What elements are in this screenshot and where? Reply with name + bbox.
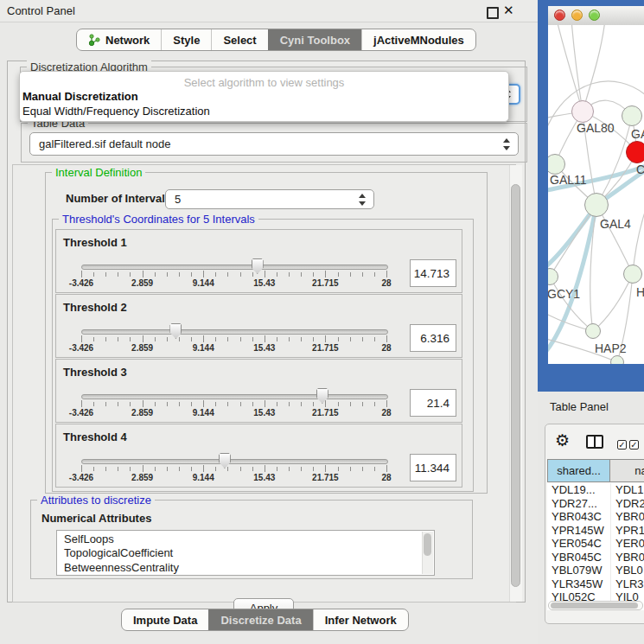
tick-label: 2.859 xyxy=(117,278,169,288)
tab-label: Network xyxy=(105,34,150,47)
tab-infer-network[interactable]: Infer Network xyxy=(313,609,408,630)
slider-thumb[interactable] xyxy=(219,453,231,469)
node-label: GAL80 xyxy=(577,121,615,135)
tick-mark xyxy=(289,467,290,471)
column-header-shared-name[interactable]: shared... xyxy=(547,459,610,482)
tick-mark xyxy=(143,400,143,407)
number-of-intervals-label: Number of Intervals xyxy=(66,192,171,205)
table-data-section: Table Data galFiltered.sif default node xyxy=(21,123,527,163)
float-window-icon[interactable] xyxy=(487,7,499,19)
close-icon[interactable]: ✕ xyxy=(503,3,514,18)
tab-jactivemnodules[interactable]: jActiveMNodules xyxy=(361,29,475,50)
dropdown-option-manual-discretization[interactable]: Manual Discretization xyxy=(22,90,138,103)
network-node[interactable] xyxy=(623,265,642,284)
column-header-name[interactable]: name xyxy=(610,459,644,482)
tick-mark xyxy=(386,465,387,472)
checkbox-icon[interactable]: ✓ xyxy=(617,440,627,450)
slider-track[interactable] xyxy=(81,459,388,464)
table-row[interactable]: YDR27...YDR2 xyxy=(547,497,644,511)
attribute-item[interactable]: BetweennessCentrality xyxy=(64,561,434,575)
tick-mark xyxy=(277,402,277,406)
network-node[interactable] xyxy=(585,323,601,339)
slider-thumb[interactable] xyxy=(252,258,264,274)
number-of-intervals-select[interactable]: 5 xyxy=(165,189,374,209)
node-label: GAL11 xyxy=(550,173,587,187)
tick-mark xyxy=(179,337,180,341)
tick-mark xyxy=(362,337,363,341)
tick-label: 2.859 xyxy=(117,343,169,353)
slider-track[interactable] xyxy=(81,394,388,399)
table-data-select[interactable]: galFiltered.sif default node xyxy=(29,132,519,156)
table-row[interactable]: YBR045CYBR0 xyxy=(547,551,644,564)
tick-mark xyxy=(265,400,265,407)
network-window-titlebar[interactable] xyxy=(548,6,644,26)
tab-network[interactable]: Network xyxy=(77,29,161,50)
dropdown-option-equal-width-frequency[interactable]: Equal Width/Frequency Discretization xyxy=(22,105,210,118)
table-row[interactable]: YBL079WYBL0 xyxy=(547,564,644,577)
network-canvas[interactable]: GAL80GACGAL11GAL4GCY1HHAP2 xyxy=(548,25,644,364)
tick-mark xyxy=(105,272,106,277)
network-node[interactable] xyxy=(626,141,644,163)
tick-mark xyxy=(277,272,277,277)
control-panel-tabbar: Network Style Select Cyni Toolbox jActiv… xyxy=(76,29,476,51)
table-row[interactable]: YLR345WYLR3 xyxy=(547,577,644,591)
close-traffic-light-icon[interactable] xyxy=(554,10,565,21)
table-row[interactable]: YBR043CYBR0 xyxy=(547,510,644,524)
tick-label: 21.715 xyxy=(299,343,351,353)
tab-style[interactable]: Style xyxy=(161,29,211,50)
control-panel: Control Panel ✕ Network Style Select xyxy=(0,0,538,644)
slider-track[interactable] xyxy=(81,329,388,335)
numerical-attributes-listbox[interactable]: SelfLoopsTopologicalCoefficientBetweenne… xyxy=(56,530,435,576)
tick-mark xyxy=(301,272,302,277)
attributes-scrollbar-thumb[interactable] xyxy=(424,533,431,556)
tab-cyni-toolbox[interactable]: Cyni Toolbox xyxy=(268,29,361,50)
interval-definition-section: Interval Definition Number of Intervals … xyxy=(45,172,488,494)
cell-name: YBR0 xyxy=(611,551,644,564)
tick-label: 15.43 xyxy=(239,343,290,353)
threshold-list: Threshold 1-3.4262.8599.14415.4321.71528… xyxy=(55,229,462,488)
cell-shared-name: YER054C xyxy=(547,537,611,551)
table-hscrollbar[interactable] xyxy=(548,601,643,610)
panel-scrollbar[interactable] xyxy=(509,165,522,602)
network-node[interactable] xyxy=(622,105,642,126)
table-row[interactable]: YDL19...YDL1 xyxy=(547,483,644,497)
tick-label: 2.859 xyxy=(117,408,169,418)
table-row[interactable]: YER054CYER0 xyxy=(547,537,644,551)
threshold-panel: Threshold 2-3.4262.8599.14415.4321.71528… xyxy=(55,294,462,358)
slider-thumb[interactable] xyxy=(316,388,328,404)
zoom-traffic-light-icon[interactable] xyxy=(589,10,600,21)
number-of-intervals-value: 5 xyxy=(175,193,181,206)
node-table: shared... name YDL19...YDL1YDR27...YDR2Y… xyxy=(547,459,644,610)
attribute-item[interactable]: TopologicalCoefficient xyxy=(64,546,434,560)
panel-scrollbar-thumb[interactable] xyxy=(511,184,520,587)
slider-track[interactable] xyxy=(81,265,388,270)
network-node[interactable] xyxy=(610,355,624,364)
tick-mark xyxy=(265,335,265,342)
table-hscrollbar-thumb[interactable] xyxy=(551,603,638,609)
split-columns-icon[interactable] xyxy=(586,435,603,449)
gear-icon[interactable]: ⚙ xyxy=(555,430,570,450)
tab-label: jActiveMNodules xyxy=(373,34,464,47)
table-row[interactable]: YPR145WYPR1 xyxy=(547,524,644,538)
checkbox-icon[interactable]: ✓ xyxy=(629,440,639,450)
tick-mark xyxy=(93,467,94,471)
slider-thumb[interactable] xyxy=(169,323,182,339)
tab-select[interactable]: Select xyxy=(211,29,267,50)
attributes-scrollbar[interactable] xyxy=(422,532,433,574)
tick-mark xyxy=(167,402,168,406)
network-node[interactable] xyxy=(571,100,594,123)
tick-mark xyxy=(191,272,192,277)
attribute-items: SelfLoopsTopologicalCoefficientBetweenne… xyxy=(57,531,434,575)
threshold-value-input[interactable]: 21.4 xyxy=(410,389,456,417)
tick-label: 9.144 xyxy=(177,473,229,482)
network-node[interactable] xyxy=(584,193,609,217)
tab-impute-data[interactable]: Impute Data xyxy=(122,609,208,630)
threshold-value-input[interactable]: 11.344 xyxy=(410,454,456,481)
tick-mark xyxy=(289,272,290,277)
tick-mark xyxy=(289,337,290,341)
attribute-item[interactable]: SelfLoops xyxy=(64,532,434,546)
minimize-traffic-light-icon[interactable] xyxy=(571,10,583,21)
threshold-value-input[interactable]: 14.713 xyxy=(410,259,456,287)
tab-discretize-data[interactable]: Discretize Data xyxy=(208,609,312,630)
threshold-value-input[interactable]: 6.316 xyxy=(410,324,456,352)
